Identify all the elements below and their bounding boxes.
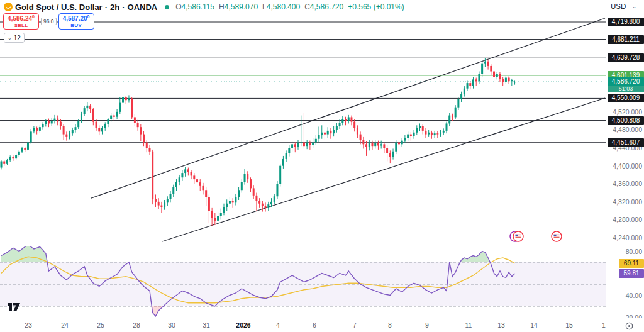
time-axis-label: 15 — [557, 321, 582, 329]
price-grid-label: 4,480.000 — [613, 126, 642, 133]
interval-label[interactable]: 2h — [110, 3, 119, 12]
price-grid-label: 4,240.000 — [613, 234, 642, 241]
time-axis-label: 4 — [265, 321, 291, 329]
price-grid-label: 4,400.000 — [613, 162, 642, 170]
price-level-badge: 4,681.211 — [608, 35, 644, 44]
sell-button[interactable]: 4,586.240 SELL — [3, 13, 39, 30]
time-axis-label: 30 — [159, 321, 184, 329]
rsi-ma-badge: 69.11 — [619, 259, 644, 268]
event-marker-layer — [0, 0, 644, 332]
bar-countdown: 51:03 — [608, 86, 644, 92]
exchange-label[interactable]: OANDA — [128, 3, 158, 12]
ohlc-readout: O4,586.115 H4,589.070 L4,580.400 C4,586.… — [175, 3, 404, 11]
order-panel: 4,586.240 SELL 96.0 4,587.200 BUY — [3, 13, 94, 30]
symbol-logo-icon — [4, 3, 13, 11]
time-axis-label: 13 — [489, 321, 514, 329]
time-axis-label: 24 — [52, 321, 77, 329]
time-axis[interactable]: 232425283031202646789111314151 — [0, 318, 644, 332]
price-axis[interactable]: USD ⌄ 4,520.0004,480.0004,440.0004,400.0… — [606, 0, 644, 318]
legend-collapse-toggle[interactable]: ⌄ 12 — [4, 33, 25, 43]
flag-stripe — [554, 237, 560, 238]
price-level-badge: 4,550.009 — [608, 94, 644, 102]
time-axis-label: 11 — [456, 321, 481, 329]
price-level-badge: 4,451.607 — [608, 138, 644, 147]
time-axis-label: 2026 — [231, 321, 256, 329]
economic-event-icon[interactable] — [552, 231, 562, 241]
price-grid-label: 4,320.000 — [613, 198, 642, 206]
price-grid-label: 4,280.000 — [613, 216, 642, 223]
symbol-title[interactable]: Gold Spot / U.S. Dollar — [15, 3, 103, 12]
time-axis-label: 28 — [124, 321, 149, 329]
spread-value: 96.0 — [41, 18, 57, 26]
time-axis-label: 8 — [377, 321, 402, 329]
time-axis-label: 1 — [591, 321, 616, 329]
price-grid-label: 4,520.000 — [613, 108, 642, 116]
price-level-badge: 4,719.800 — [608, 18, 644, 26]
last-price-value: 4,586.720 — [608, 77, 644, 86]
chart-legend-header[interactable]: Gold Spot / U.S. Dollar · 2h · OANDA O4,… — [4, 2, 404, 12]
rsi-value-badge: 59.81 — [619, 269, 644, 278]
time-axis-label: 23 — [16, 321, 41, 329]
rsi-scale-label: 80.00 — [626, 248, 642, 255]
economic-event-icon[interactable] — [510, 231, 523, 241]
flag-canton — [554, 235, 557, 236]
time-axis-label: 9 — [414, 321, 440, 329]
market-status-icon[interactable] — [165, 5, 169, 9]
axis-settings-icon[interactable] — [625, 321, 634, 331]
hidden-indicator-count: 12 — [14, 35, 21, 42]
rsi-scale-label: 40.00 — [626, 292, 642, 299]
buy-button[interactable]: 4,587.200 BUY — [58, 13, 94, 30]
chevron-down-icon: ⌄ — [8, 35, 12, 41]
time-axis-label: 14 — [521, 321, 547, 329]
time-axis-label: 6 — [302, 321, 327, 329]
chevron-down-icon: ⌄ — [632, 4, 636, 9]
flag-stripe — [516, 237, 521, 238]
price-grid-label: 4,360.000 — [613, 180, 642, 187]
price-level-badge: 4,639.728 — [608, 53, 644, 62]
time-axis-label: 7 — [342, 321, 367, 329]
time-axis-label: 25 — [88, 321, 113, 329]
last-price-badge: 4,586.72051:03 — [608, 77, 644, 92]
currency-unit-button[interactable]: USD ⌄ — [611, 3, 636, 10]
flag-canton — [516, 235, 518, 236]
price-level-badge: 4,500.808 — [608, 116, 644, 125]
time-axis-label: 31 — [194, 321, 219, 329]
